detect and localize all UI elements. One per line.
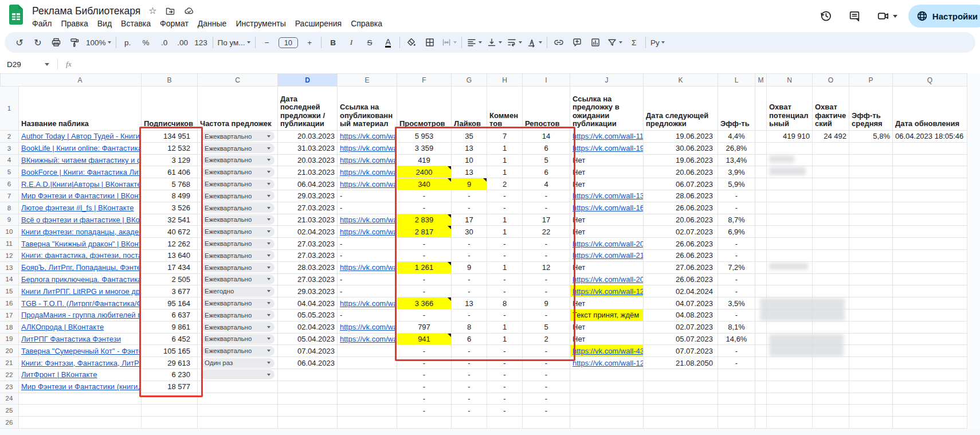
cell-pending-link-r4[interactable]: Нет bbox=[570, 155, 644, 167]
cell-subscribers-r13[interactable]: 17 434 bbox=[142, 262, 198, 274]
cell-subscribers-r6[interactable]: 5 768 bbox=[142, 178, 198, 190]
cell-updated-r4[interactable] bbox=[893, 155, 967, 167]
cell-published-link-r6[interactable]: https://vk.com/wal bbox=[338, 178, 397, 190]
cell-comments-r14[interactable]: - bbox=[487, 274, 523, 286]
cell-views-r18[interactable]: 797 bbox=[397, 322, 452, 334]
cell-likes-r22[interactable]: - bbox=[452, 369, 487, 381]
cell-last-date-r12[interactable]: 27.03.2023 bbox=[278, 250, 338, 262]
cell-subscribers-r15[interactable]: 3 677 bbox=[142, 285, 198, 297]
cell-last-date-r13[interactable]: 28.03.2023 bbox=[278, 262, 338, 274]
cell-m-r20[interactable] bbox=[755, 345, 767, 357]
cell-pending-link-r24[interactable] bbox=[570, 393, 644, 405]
menu-item-5[interactable]: Данные bbox=[193, 17, 232, 30]
cell-name-r26[interactable] bbox=[19, 417, 142, 429]
cell-published-link-r16[interactable]: https://vk.com/wal bbox=[338, 297, 397, 309]
cell-next-date-r4[interactable]: 19.06.2023 bbox=[644, 155, 718, 167]
cell-views-r8[interactable]: - bbox=[397, 202, 452, 214]
cell-name-r15[interactable]: Книги ЛитРПГ. LitRPG и многое друго bbox=[19, 285, 142, 297]
cell-m-r17[interactable] bbox=[755, 309, 767, 322]
cell-likes-r4[interactable]: 10 bbox=[452, 155, 487, 167]
cell-avg-efficiency-r18[interactable] bbox=[849, 322, 893, 334]
cell-likes-r19[interactable]: 6 bbox=[452, 334, 487, 346]
cell-pending-link-r9[interactable]: Нет bbox=[570, 214, 644, 226]
cell-m-r26[interactable] bbox=[755, 417, 767, 429]
cell-pending-link-r16[interactable]: Нет bbox=[570, 297, 644, 309]
cell-next-date-r15[interactable]: 02.04.2024 bbox=[644, 285, 718, 297]
cell-updated-r25[interactable] bbox=[893, 405, 967, 417]
currency-format-button[interactable]: р. bbox=[119, 35, 137, 50]
header-cell-L[interactable]: Эфф-ть bbox=[718, 87, 755, 131]
cell-pending-link-r26[interactable] bbox=[570, 417, 644, 429]
cell-pending-link-r17[interactable]: Текст принят, ждём bbox=[570, 309, 644, 322]
cell-avg-efficiency-r24[interactable] bbox=[849, 393, 893, 405]
frequency-dropdown-r12[interactable]: Ежеквартально bbox=[201, 250, 275, 260]
cell-frequency-r15[interactable]: Ежегодно bbox=[198, 285, 278, 297]
cell-views-r3[interactable]: 3 359 bbox=[397, 143, 452, 155]
text-color-button[interactable]: A bbox=[379, 35, 397, 50]
cell-frequency-r2[interactable]: Ежеквартально bbox=[198, 131, 278, 143]
cell-subscribers-r3[interactable]: 12 532 bbox=[142, 143, 198, 155]
frequency-dropdown-r14[interactable]: Ежеквартально bbox=[201, 275, 275, 284]
cell-m-r16[interactable] bbox=[755, 297, 767, 309]
cell-frequency-r20[interactable]: Ежеквартально bbox=[198, 345, 278, 357]
cell-next-date-r12[interactable]: 26.06.2023 bbox=[644, 250, 718, 262]
cell-last-date-r6[interactable]: 06.04.2023 bbox=[278, 178, 338, 190]
cell-name-r7[interactable]: Мир Фэнтези и Фантастики | ВКонтак bbox=[19, 190, 142, 202]
cell-reach-potential-r26[interactable] bbox=[767, 417, 813, 429]
cell-last-date-r8[interactable]: 27.03.2023 bbox=[278, 202, 338, 214]
cell-comments-r10[interactable]: 1 bbox=[487, 226, 523, 238]
cell-subscribers-r9[interactable]: 32 541 bbox=[142, 214, 198, 226]
cell-efficiency-r3[interactable]: 26,8% bbox=[718, 143, 755, 155]
cell-published-link-r15[interactable]: - bbox=[338, 285, 397, 297]
vertical-align-button[interactable] bbox=[484, 35, 504, 50]
cell-name-r9[interactable]: Всё о фэнтези и фантастике | ВКонта bbox=[19, 214, 142, 226]
cell-m-r13[interactable] bbox=[755, 262, 767, 274]
text-wrap-button[interactable] bbox=[504, 35, 524, 50]
font-select[interactable]: По ум... bbox=[215, 35, 253, 50]
cell-last-date-r10[interactable]: 02.04.2023 bbox=[278, 226, 338, 238]
menu-item-3[interactable]: Вставка bbox=[116, 17, 155, 30]
cell-efficiency-r13[interactable]: 7,2% bbox=[718, 262, 755, 274]
cell-m-r25[interactable] bbox=[755, 405, 767, 417]
borders-button[interactable] bbox=[421, 35, 439, 50]
cell-reach-actual-r23[interactable] bbox=[813, 381, 849, 393]
cell-last-date-r23[interactable] bbox=[278, 381, 338, 393]
cell-reach-potential-r5[interactable] bbox=[767, 166, 813, 178]
cell-avg-efficiency-r21[interactable] bbox=[849, 357, 893, 369]
column-header-B[interactable]: B bbox=[142, 73, 198, 87]
cell-likes-r10[interactable]: 30 bbox=[452, 226, 487, 238]
frequency-dropdown-r6[interactable]: Ежеквартально bbox=[201, 179, 275, 189]
cell-m-r18[interactable] bbox=[755, 322, 767, 334]
paint-format-button[interactable] bbox=[65, 35, 84, 50]
input-tools-button[interactable]: Ру bbox=[648, 35, 667, 50]
cell-m-r6[interactable] bbox=[755, 178, 767, 190]
cell-published-link-r13[interactable]: https://vk.com/wal bbox=[338, 262, 397, 274]
cell-reposts-r8[interactable]: - bbox=[523, 202, 570, 214]
cell-views-r19[interactable]: 941 bbox=[397, 334, 452, 346]
cell-comments-r26[interactable] bbox=[487, 417, 523, 429]
frequency-dropdown-r8[interactable]: Ежеквартально bbox=[201, 203, 275, 213]
cell-reposts-r22[interactable]: - bbox=[523, 369, 570, 381]
row-header-11[interactable]: 11 bbox=[0, 238, 19, 250]
row-header-13[interactable]: 13 bbox=[0, 262, 19, 274]
cell-last-date-r19[interactable]: 05.04.2023 bbox=[278, 334, 338, 346]
cell-comments-r16[interactable]: 8 bbox=[487, 297, 523, 309]
cell-frequency-r11[interactable]: Ежеквартально bbox=[198, 238, 278, 250]
menu-item-1[interactable]: Правка bbox=[56, 17, 92, 30]
cell-views-r20[interactable]: - bbox=[397, 345, 452, 357]
cell-frequency-r26[interactable] bbox=[198, 417, 278, 429]
row-header-9[interactable]: 9 bbox=[0, 214, 19, 226]
cell-reach-potential-r18[interactable] bbox=[767, 322, 813, 334]
cell-reach-actual-r16[interactable] bbox=[813, 297, 849, 309]
cell-frequency-r22[interactable] bbox=[198, 369, 278, 381]
cell-name-r14[interactable]: Берлога приключенца. Фантастика и bbox=[19, 274, 142, 286]
cell-published-link-r21[interactable] bbox=[338, 357, 397, 369]
cell-views-r16[interactable]: 3 366 bbox=[397, 297, 452, 309]
cell-comments-r18[interactable]: 1 bbox=[487, 322, 523, 334]
cell-next-date-r2[interactable]: 19.06.2023 bbox=[644, 131, 718, 143]
cell-next-date-r5[interactable]: 20.06.2023 bbox=[644, 166, 718, 178]
cell-reach-potential-r15[interactable] bbox=[767, 285, 813, 297]
row-header-17[interactable]: 17 bbox=[0, 309, 19, 322]
cell-subscribers-r19[interactable]: 6 452 bbox=[142, 334, 198, 346]
functions-button[interactable]: Σ bbox=[625, 35, 643, 50]
